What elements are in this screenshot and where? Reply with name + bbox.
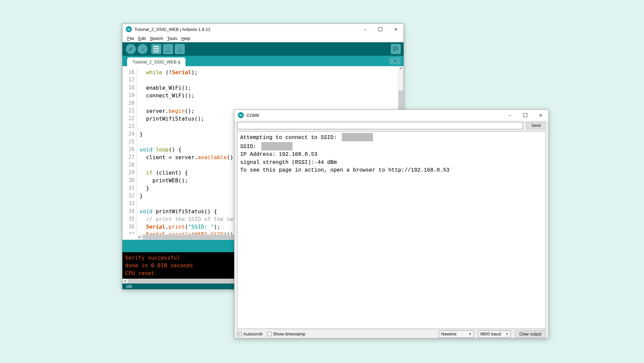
code-text: [137, 200, 140, 208]
menu-edit[interactable]: Edit: [136, 36, 148, 41]
new-sketch-icon: [154, 46, 159, 52]
upload-icon: →: [140, 46, 146, 52]
chevron-down-icon: ▼: [505, 332, 508, 336]
serial-input[interactable]: [237, 122, 523, 129]
arduino-titlebar[interactable]: ∞ Tutorial_2_SSID_WEB | Arduino 1.8.12 –…: [122, 24, 404, 35]
scroll-up-icon[interactable]: ^: [398, 66, 404, 72]
current-line-indicator: 109: [122, 284, 132, 288]
code-text: void loop() {: [137, 146, 181, 153]
save-icon: ↓: [177, 47, 182, 52]
code-text: while (!Serial);: [137, 69, 198, 76]
maximize-button[interactable]: [518, 110, 533, 121]
code-line: 17: [122, 76, 398, 84]
send-button[interactable]: Send: [526, 122, 546, 129]
checkbox-checked-icon: ✓: [237, 332, 241, 336]
console-scroll-left-icon[interactable]: <: [122, 279, 128, 283]
minimize-button[interactable]: –: [502, 110, 518, 121]
serial-bottom-bar: ✓ Autoscroll Show timestamp Newline ▼ 96…: [234, 329, 548, 338]
line-number: 23: [122, 123, 137, 130]
arduino-window-controls: – ✕: [357, 24, 404, 35]
open-button[interactable]: ↑: [163, 44, 173, 54]
code-text: connect_WiFi();: [137, 92, 195, 99]
serial-monitor-button[interactable]: [391, 44, 401, 54]
code-text: [137, 161, 140, 169]
code-line: 19 connect_WiFi();: [122, 92, 398, 99]
code-line: 16 while (!Serial);: [122, 69, 398, 76]
code-text: }: [137, 130, 143, 138]
code-text: Serial.println(WiFi.SSID());: [137, 231, 236, 234]
tab-tutorial-2-ssid-web[interactable]: Tutorial_2_SSID_WEB §: [127, 57, 185, 66]
verify-button[interactable]: ✓: [126, 44, 136, 54]
checkbox-unchecked-icon: [267, 332, 271, 336]
serial-output-line: To see this page in action, open a brows…: [240, 167, 543, 175]
upload-button[interactable]: →: [138, 44, 148, 54]
serial-monitor-window: ∞ COM8 – ✕ Send Attempting to connect to…: [234, 109, 549, 338]
menu-help[interactable]: Help: [179, 36, 192, 41]
menu-file[interactable]: File: [125, 36, 136, 41]
line-number: 31: [122, 184, 137, 192]
serial-output[interactable]: Attempting to connect to SSID: SSID: IP …: [237, 131, 546, 329]
tabstrip: Tutorial_2_SSID_WEB § ▼: [122, 56, 404, 66]
baud-rate-value: 9600 baud: [480, 331, 501, 336]
line-number: 24: [122, 130, 137, 138]
maximize-button[interactable]: [373, 24, 388, 35]
line-number: 17: [122, 76, 137, 84]
line-number: 29: [122, 169, 137, 177]
code-text: [137, 76, 140, 84]
menu-sketch[interactable]: Sketch: [148, 36, 165, 41]
tab-list-dropdown-button[interactable]: ▼: [389, 57, 401, 64]
arduino-logo-icon: ∞: [126, 26, 132, 32]
arduino-window-title: Tutorial_2_SSID_WEB | Arduino 1.8.12: [135, 27, 210, 32]
code-text: printWifiStatus();: [137, 115, 204, 123]
autoscroll-checkbox[interactable]: ✓ Autoscroll: [237, 331, 262, 336]
line-number: 28: [122, 161, 137, 169]
serial-titlebar[interactable]: ∞ COM8 – ✕: [234, 110, 548, 121]
save-button[interactable]: ↓: [175, 44, 185, 54]
line-number: 19: [122, 92, 137, 99]
scroll-left-icon[interactable]: <: [137, 234, 142, 240]
baud-rate-select[interactable]: 9600 baud ▼: [478, 330, 511, 338]
serial-bottom-right-controls: Newline ▼ 9600 baud ▼ Clear output: [439, 330, 546, 338]
send-row: Send: [234, 121, 548, 131]
line-number: 30: [122, 177, 137, 184]
redacted-ssid-box: [342, 133, 373, 141]
line-number: 32: [122, 192, 137, 200]
menu-tools[interactable]: Tools: [165, 36, 179, 41]
serial-monitor-icon: [392, 46, 399, 52]
line-ending-value: Newline: [441, 331, 457, 336]
code-text: server.begin();: [137, 107, 195, 115]
line-number: 25: [122, 138, 137, 146]
maximize-icon: [378, 27, 382, 31]
close-button[interactable]: ✕: [533, 110, 548, 121]
tab-dropdown-icon: ▼: [394, 59, 397, 63]
line-number: 35: [122, 215, 137, 223]
desktop: ∞ Tutorial_2_SSID_WEB | Arduino 1.8.12 –…: [0, 0, 644, 363]
clear-output-button[interactable]: Clear output: [515, 330, 546, 338]
redacted-ssid-box: [261, 142, 292, 150]
line-number: 21: [122, 107, 137, 115]
line-number: 16: [122, 69, 137, 76]
chevron-down-icon: ▼: [469, 332, 472, 336]
serial-window-controls: – ✕: [502, 110, 548, 121]
line-number: 37: [122, 231, 137, 234]
new-sketch-button[interactable]: [151, 44, 161, 54]
minimize-button[interactable]: –: [357, 24, 373, 35]
line-number: 26: [122, 146, 137, 153]
open-icon: ↑: [166, 47, 170, 52]
serial-output-line: SSID:: [240, 142, 543, 151]
close-button[interactable]: ✕: [388, 24, 404, 35]
serial-output-line: signal strength (RSSI):-44 dBm: [240, 159, 543, 167]
code-text: Serial.print("SSID: ");: [137, 223, 220, 231]
line-ending-select[interactable]: Newline ▼: [439, 330, 474, 338]
code-text: [137, 99, 140, 107]
show-timestamp-label: Show timestamp: [273, 331, 305, 336]
show-timestamp-checkbox[interactable]: Show timestamp: [267, 331, 305, 336]
serial-output-line: Attempting to connect to SSID:: [240, 133, 543, 142]
toolbar: ✓ → ↑ ↓: [122, 42, 404, 56]
code-text: printWEB();: [137, 177, 188, 184]
line-number: 18: [122, 84, 137, 92]
arduino-logo-icon: ∞: [238, 112, 244, 118]
serial-output-line: IP Address: 192.168.0.53: [240, 151, 543, 159]
code-text: [137, 138, 140, 146]
line-number: 22: [122, 115, 137, 123]
